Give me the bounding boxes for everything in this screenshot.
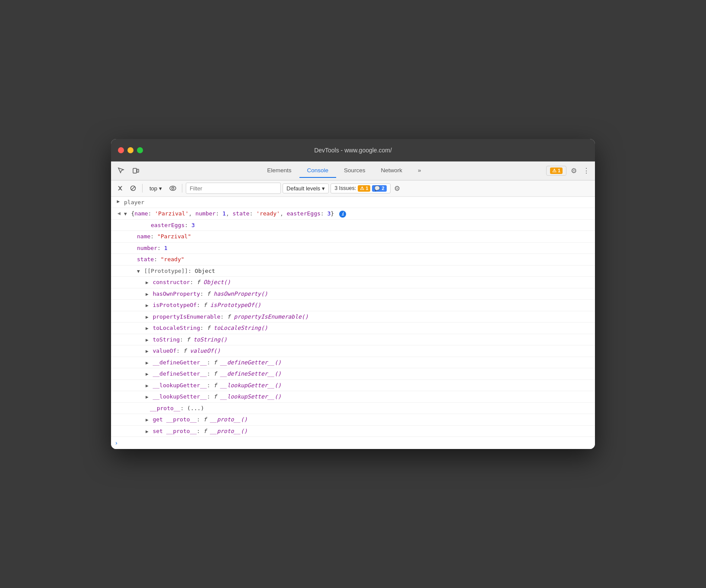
context-selector[interactable]: top ▾	[146, 184, 165, 193]
proto-lookupsetter: ▶ __lookupSetter__: f __lookupSetter__()	[111, 391, 595, 403]
expand-icon[interactable]: ▶	[146, 360, 149, 366]
prop-state: state: "ready"	[111, 254, 595, 266]
tab-more[interactable]: »	[410, 164, 429, 178]
proto-set-proto: ▶ set __proto__: f __proto__()	[111, 426, 595, 437]
console-line-player: ▶ player	[111, 197, 595, 209]
console-toolbar: top ▾ Default levels ▾ 3 Issues: ⚠ 1 💬 2…	[111, 180, 595, 197]
console-line-object: ◀ ▼ {name: 'Parzival', number: 1, state:…	[111, 208, 595, 220]
proto-tostring: ▶ toString: f toString()	[111, 334, 595, 346]
line-gutter: ▶	[111, 198, 123, 205]
proto-tolocalestring: ▶ toLocaleString: f toLocaleString()	[111, 322, 595, 334]
log-levels-button[interactable]: Default levels ▾	[283, 183, 329, 193]
dropdown-arrow-icon: ▾	[159, 185, 162, 192]
proto-definegetter: ▶ __defineGetter__: f __defineGetter__()	[111, 357, 595, 369]
proto-proto: __proto__: (...)	[111, 403, 595, 414]
proto-collapse-icon[interactable]: ▼	[137, 269, 140, 274]
settings-icon[interactable]: ⚙	[569, 165, 579, 177]
proto-constructor: ▶ constructor: f Object()	[111, 277, 595, 288]
proto-definesetter: ▶ __defineSetter__: f __defineSetter__()	[111, 368, 595, 380]
expand-icon[interactable]: ▶	[146, 348, 149, 354]
block-requests-button[interactable]	[127, 183, 139, 194]
filter-input[interactable]	[186, 183, 281, 194]
proto-valueof: ▶ valueOf: f valueOf()	[111, 345, 595, 357]
clear-console-button[interactable]	[114, 183, 126, 194]
more-options-icon[interactable]: ⋮	[581, 165, 592, 177]
toolbar-divider-2	[182, 184, 182, 193]
collapse-arrow-icon[interactable]: ▼	[124, 211, 127, 217]
svg-rect-0	[133, 168, 137, 173]
issues-warn-count: ⚠ 1	[550, 168, 563, 174]
expand-icon[interactable]: ▶	[146, 417, 149, 423]
expand-icon[interactable]: ▶	[146, 371, 149, 377]
expand-icon[interactable]: ▶	[146, 280, 149, 285]
toolbar-divider	[142, 184, 143, 193]
console-prompt[interactable]: ›	[111, 437, 595, 449]
console-settings-icon[interactable]: ⚙	[392, 183, 402, 194]
traffic-lights	[118, 147, 143, 153]
maximize-button[interactable]	[137, 147, 143, 153]
issues-badge[interactable]: ⚠ 1	[546, 166, 566, 176]
expand-icon[interactable]: ▶	[146, 337, 149, 343]
window-title: DevTools - www.google.com/	[314, 147, 392, 154]
player-label: player	[124, 199, 144, 205]
prop-name: name: "Parzival"	[111, 231, 595, 243]
tab-elements[interactable]: Elements	[259, 164, 299, 178]
devtools-window: DevTools - www.google.com/ Elements Cons	[111, 139, 595, 449]
prop-number: number: 1	[111, 243, 595, 254]
proto-propertyisenumerable: ▶ propertyIsEnumerable: f propertyIsEnum…	[111, 311, 595, 323]
toolbar-left	[114, 164, 142, 177]
svg-line-4	[131, 187, 135, 190]
line-content: player	[123, 198, 592, 207]
proto-get-proto: ▶ get __proto__: f __proto__()	[111, 414, 595, 426]
device-toolbar-button[interactable]	[129, 164, 142, 177]
expand-icon[interactable]: ▶	[146, 291, 149, 297]
object-info-icon[interactable]: i	[339, 211, 346, 218]
proto-isprototypeof: ▶ isPrototypeOf: f isPrototypeOf()	[111, 300, 595, 311]
svg-marker-2	[118, 186, 122, 190]
svg-point-6	[172, 187, 174, 190]
minimize-button[interactable]	[127, 147, 134, 153]
svg-point-5	[170, 186, 176, 190]
inspect-element-button[interactable]	[114, 164, 127, 177]
proto-header: ▼ [[Prototype]]: Object	[111, 266, 595, 277]
prop-easter-eggs: easterEggs: 3	[111, 220, 595, 231]
expand-icon[interactable]: ▶	[146, 326, 149, 331]
tab-network[interactable]: Network	[373, 164, 410, 178]
tab-sources[interactable]: Sources	[336, 164, 373, 178]
line-gutter-2: ◀	[111, 209, 123, 217]
warn-count: ⚠ 1	[358, 185, 370, 192]
expand-icon[interactable]: ▶	[146, 314, 149, 320]
expand-icon[interactable]: ▶	[146, 383, 149, 389]
close-button[interactable]	[118, 147, 124, 153]
expand-icon[interactable]: ▶	[146, 429, 149, 434]
proto-lookupgetter: ▶ __lookupGetter__: f __lookupGetter__()	[111, 380, 595, 392]
live-expressions-button[interactable]	[167, 183, 178, 194]
object-line-content: ▼ {name: 'Parzival', number: 1, state: '…	[123, 209, 592, 218]
back-arrow-icon: ◀	[118, 209, 121, 217]
expand-icon[interactable]: ▶	[146, 394, 149, 400]
expand-arrow-icon[interactable]: ▶	[117, 198, 120, 205]
toolbar-right: ⚠ 1 ⚙ ⋮	[546, 165, 592, 177]
svg-rect-1	[137, 169, 139, 172]
prompt-arrow-icon: ›	[114, 439, 118, 446]
tab-console[interactable]: Console	[299, 164, 337, 178]
console-content: ▶ player ◀ ▼ {name: 'Parzival', number: …	[111, 197, 595, 449]
issues-count-badge[interactable]: 3 Issues: ⚠ 1 💬 2	[331, 183, 390, 193]
main-tabs: Elements Console Sources Network »	[142, 164, 546, 177]
info-count: 💬 2	[372, 185, 386, 192]
titlebar: DevTools - www.google.com/	[111, 139, 595, 161]
main-toolbar: Elements Console Sources Network » ⚠ 1 ⚙…	[111, 161, 595, 180]
expand-icon[interactable]: ▶	[146, 303, 149, 308]
chevron-down-icon: ▾	[322, 185, 325, 192]
proto-hasownproperty: ▶ hasOwnProperty: f hasOwnProperty()	[111, 288, 595, 300]
